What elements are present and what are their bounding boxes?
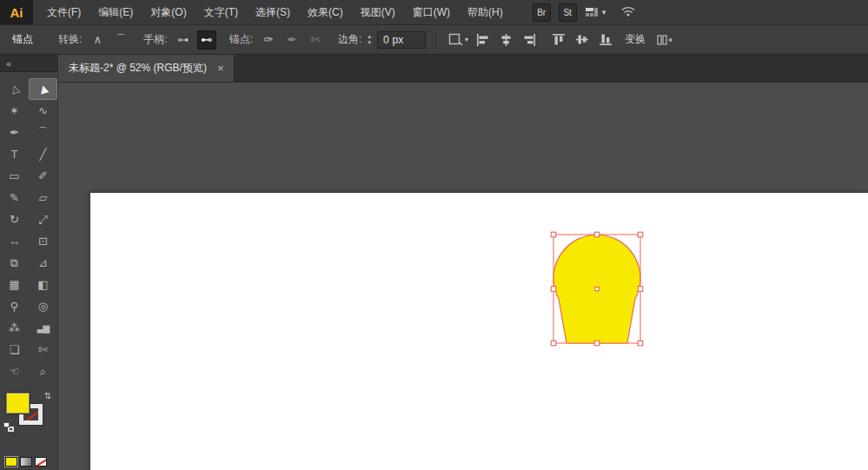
- control-bar: 锚点 转换: ∧ ⌒ 手柄: ⊶ ⊷ 锚点: ✑ ✒ ✄ 边角: ▴ ▾ 0 p…: [0, 25, 868, 55]
- cut-path-button[interactable]: ✄: [306, 30, 325, 50]
- artboard[interactable]: [90, 193, 868, 470]
- swap-fill-stroke-icon[interactable]: ⇄: [43, 392, 52, 399]
- column-graph-icon: ▃▆: [37, 324, 49, 333]
- column-graph-tool[interactable]: ▃▆: [29, 317, 57, 339]
- workspace-switcher[interactable]: ▾: [585, 6, 606, 18]
- symbol-sprayer-tool[interactable]: ⁂: [0, 317, 29, 339]
- hide-handles-button[interactable]: ⊷: [197, 30, 216, 50]
- line-segment-tool[interactable]: ╱: [29, 143, 57, 165]
- free-transform-tool[interactable]: ⊡: [29, 230, 57, 252]
- menu-select[interactable]: 选择(S): [247, 0, 299, 24]
- share-icon[interactable]: [620, 5, 636, 19]
- menu-type[interactable]: 文字(T): [195, 0, 247, 24]
- eyedropper-tool[interactable]: ⚲: [0, 295, 29, 317]
- fill-swatch[interactable]: [6, 393, 30, 414]
- curvature-tool[interactable]: ⌒: [29, 122, 57, 143]
- show-handles-button[interactable]: ⊶: [174, 30, 193, 50]
- width-tool[interactable]: ↔: [0, 230, 29, 252]
- symbol-sprayer-icon: ⁂: [9, 322, 20, 334]
- perspective-grid-tool[interactable]: ⊿: [29, 252, 57, 274]
- menu-right-icons: Br St ▾: [533, 0, 637, 24]
- align-right-button[interactable]: [520, 30, 540, 50]
- selected-shape[interactable]: [548, 229, 646, 348]
- selection-handle[interactable]: [594, 232, 600, 237]
- scale-tool[interactable]: ⤢: [29, 209, 57, 230]
- canvas[interactable]: [58, 83, 868, 470]
- selection-handle[interactable]: [638, 232, 643, 237]
- align-top-icon: [553, 33, 565, 46]
- paintbrush-tool[interactable]: ✐: [29, 165, 57, 187]
- align-horizontal-center-icon: [500, 34, 513, 46]
- selection-handle[interactable]: [594, 341, 600, 346]
- rotate-tool[interactable]: ↻: [0, 209, 29, 230]
- mesh-tool[interactable]: ▦: [0, 274, 29, 295]
- pen-tool[interactable]: ✒: [0, 122, 29, 143]
- selection-handle[interactable]: [551, 287, 556, 292]
- type-icon: T: [11, 149, 18, 160]
- magic-wand-icon: ✶: [10, 105, 19, 116]
- blend-tool[interactable]: ◎: [29, 295, 57, 317]
- lasso-tool[interactable]: ∿: [29, 100, 57, 122]
- align-vertical-center-button[interactable]: [573, 30, 592, 50]
- transform-button[interactable]: 变换: [625, 32, 646, 47]
- align-top-button[interactable]: [549, 30, 568, 50]
- gradient-tool[interactable]: ◧: [29, 274, 57, 295]
- magic-wand-tool[interactable]: ✶: [0, 100, 29, 122]
- color-button[interactable]: [5, 457, 17, 467]
- convert-label: 转换:: [58, 32, 82, 47]
- convert-to-corner-button[interactable]: ∧: [88, 30, 107, 50]
- remove-anchor-button[interactable]: ✑: [259, 30, 278, 50]
- default-fill-stroke-button[interactable]: [3, 422, 14, 432]
- fill-stroke-area: ⇄: [0, 391, 57, 438]
- slice-tool[interactable]: ✄: [29, 339, 57, 361]
- direct-selection-arrow-icon: ▶: [37, 83, 50, 94]
- selection-handle[interactable]: [551, 341, 556, 346]
- corner-stepper[interactable]: ▴ ▾: [368, 34, 371, 46]
- gradient-button[interactable]: [20, 457, 32, 467]
- align-horizontal-center-button[interactable]: [497, 30, 516, 50]
- selection-tool[interactable]: ▷: [0, 78, 29, 100]
- selection-handle[interactable]: [551, 232, 556, 237]
- zoom-tool[interactable]: ⌕: [29, 361, 57, 382]
- align-options-dropdown[interactable]: ▾: [447, 30, 469, 50]
- isolate-selection-button[interactable]: [655, 30, 674, 50]
- collapse-panel-icon[interactable]: «: [6, 58, 11, 69]
- hand-tool[interactable]: ☜: [0, 361, 29, 382]
- bridge-button[interactable]: Br: [533, 3, 551, 22]
- corner-radius-input[interactable]: 0 px: [377, 31, 426, 49]
- rectangle-tool[interactable]: ▭: [0, 165, 29, 187]
- direct-selection-tool[interactable]: ▶: [29, 78, 57, 100]
- menu-effect[interactable]: 效果(C): [299, 0, 352, 24]
- align-to-icon: [448, 33, 463, 46]
- chevron-down-icon: ▾: [465, 36, 468, 43]
- type-tool[interactable]: T: [0, 143, 29, 165]
- corner-unit: px: [393, 34, 404, 46]
- convert-to-smooth-button[interactable]: ⌒: [111, 30, 130, 50]
- isolate-selection-icon: [657, 34, 673, 46]
- mesh-icon: ▦: [9, 279, 19, 290]
- pencil-tool[interactable]: ✎: [0, 187, 29, 209]
- menu-help[interactable]: 帮助(H): [459, 0, 512, 24]
- add-anchor-button[interactable]: ✒: [282, 30, 301, 50]
- selection-handle[interactable]: [638, 287, 643, 292]
- stepper-down-icon[interactable]: ▾: [368, 40, 371, 46]
- align-left-button[interactable]: [474, 30, 493, 50]
- selection-handle[interactable]: [638, 341, 643, 346]
- shape-builder-icon: ⧉: [10, 257, 18, 268]
- corner-value: 0: [383, 34, 389, 46]
- close-icon[interactable]: ×: [217, 62, 224, 75]
- menu-object[interactable]: 对象(O): [142, 0, 195, 24]
- menu-file[interactable]: 文件(F): [38, 0, 89, 24]
- align-bottom-button[interactable]: [596, 30, 615, 50]
- eraser-tool[interactable]: ▱: [29, 187, 57, 209]
- none-button[interactable]: [35, 457, 47, 467]
- stock-button[interactable]: St: [559, 3, 577, 22]
- document-tab[interactable]: 未标题-2* @ 52% (RGB/预览) ×: [58, 55, 235, 82]
- shape-center-point[interactable]: [595, 287, 599, 290]
- rotate-icon: ↻: [10, 214, 19, 225]
- menu-view[interactable]: 视图(V): [352, 0, 404, 24]
- menu-window[interactable]: 窗口(W): [404, 0, 459, 24]
- shape-builder-tool[interactable]: ⧉: [0, 252, 29, 274]
- menu-edit[interactable]: 编辑(E): [89, 0, 142, 24]
- artboard-tool[interactable]: ❏: [0, 339, 29, 361]
